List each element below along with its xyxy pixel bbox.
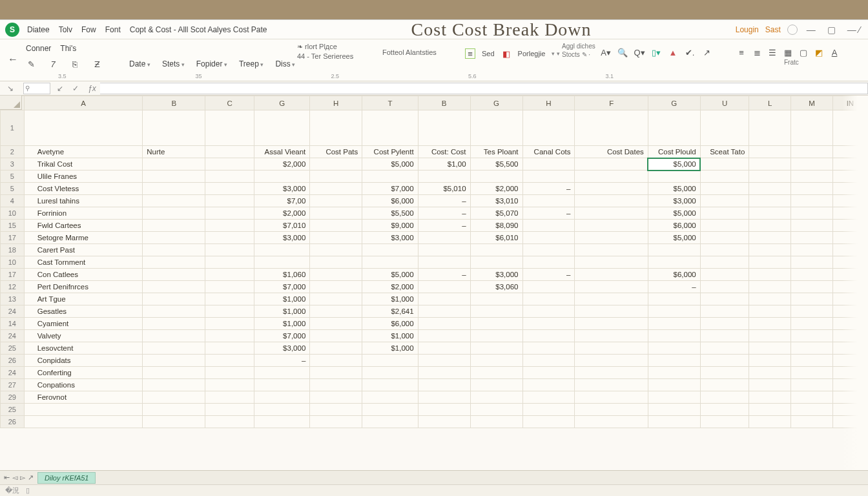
cell[interactable]	[362, 170, 418, 183]
cell[interactable]	[522, 244, 575, 256]
cell[interactable]	[749, 416, 791, 428]
cell[interactable]	[310, 256, 362, 269]
login-link[interactable]: Lougin	[736, 25, 759, 34]
cell[interactable]	[749, 305, 791, 318]
cell[interactable]	[791, 183, 833, 195]
column-header[interactable]: M	[791, 96, 833, 110]
cell[interactable]	[310, 110, 362, 146]
cell[interactable]	[700, 195, 749, 207]
port-dropdown[interactable]: Porlegjie	[518, 50, 546, 57]
cell[interactable]	[418, 110, 470, 146]
cell[interactable]: $9,000	[362, 220, 418, 232]
spreadsheet-grid[interactable]: ABCGHTBGHFGULMIN 12AvetyneNurteAssal Vie…	[0, 96, 868, 470]
cell[interactable]	[700, 232, 749, 244]
cell[interactable]: $1,000	[254, 305, 309, 318]
cell[interactable]: $3,000	[254, 342, 309, 355]
cell[interactable]: –	[522, 183, 575, 195]
row-header[interactable]: 24	[1, 367, 25, 379]
row-header[interactable]: 27	[1, 379, 25, 391]
cell[interactable]	[791, 158, 833, 170]
cell[interactable]	[522, 195, 575, 207]
cell[interactable]	[791, 416, 833, 428]
cell[interactable]	[143, 256, 205, 269]
cell[interactable]: Ferovnot	[24, 391, 143, 404]
cell[interactable]	[791, 330, 833, 342]
cell[interactable]	[522, 220, 575, 232]
cell[interactable]	[418, 367, 470, 379]
cell[interactable]	[310, 404, 362, 416]
italic-icon[interactable]: 7	[48, 59, 58, 69]
cell[interactable]	[310, 367, 362, 379]
cell[interactable]	[832, 416, 867, 428]
cell[interactable]	[418, 244, 470, 256]
cell[interactable]	[648, 367, 700, 379]
cell[interactable]: Cost Plould	[648, 146, 700, 158]
cell[interactable]	[205, 293, 254, 305]
cell[interactable]	[700, 281, 749, 293]
cell[interactable]: Cost Dates	[575, 146, 648, 158]
cell[interactable]	[143, 110, 205, 146]
cell[interactable]	[648, 391, 700, 404]
cell[interactable]	[791, 391, 833, 404]
cell[interactable]	[648, 110, 700, 146]
cell[interactable]	[648, 244, 700, 256]
cell[interactable]	[791, 404, 833, 416]
align-center-icon[interactable]: ≣	[752, 47, 762, 57]
cell[interactable]: $6,000	[362, 195, 418, 207]
cell[interactable]	[749, 355, 791, 367]
cell[interactable]: Assal Vieant	[254, 146, 309, 158]
cell[interactable]	[205, 305, 254, 318]
cell[interactable]	[310, 391, 362, 404]
cell[interactable]	[470, 256, 522, 269]
cell[interactable]	[749, 183, 791, 195]
cell[interactable]	[700, 305, 749, 318]
cell[interactable]	[310, 355, 362, 367]
cell[interactable]	[143, 220, 205, 232]
cell[interactable]	[143, 305, 205, 318]
cell[interactable]: $3,000	[470, 269, 522, 281]
cell[interactable]	[832, 281, 867, 293]
row-header[interactable]: 1	[1, 110, 25, 146]
row-header[interactable]: 5	[1, 183, 25, 195]
cell[interactable]	[418, 416, 470, 428]
cell[interactable]	[205, 207, 254, 220]
cell[interactable]	[749, 342, 791, 355]
expand-icon[interactable]: ↘	[0, 84, 21, 93]
cell[interactable]	[832, 220, 867, 232]
cell[interactable]	[575, 330, 648, 342]
cell[interactable]: $5,000	[648, 232, 700, 244]
cell[interactable]	[700, 269, 749, 281]
cell[interactable]: Pert Denifnrces	[24, 281, 143, 293]
cell[interactable]	[791, 318, 833, 330]
row-header[interactable]: 26	[1, 416, 25, 428]
cell[interactable]	[700, 416, 749, 428]
port-icon[interactable]: ◧	[501, 48, 512, 59]
cell[interactable]	[791, 342, 833, 355]
tab-prev-icon[interactable]: ◅	[12, 473, 17, 482]
cell[interactable]: $5,000	[648, 207, 700, 220]
cell[interactable]	[522, 158, 575, 170]
cell[interactable]	[749, 232, 791, 244]
cell[interactable]: Cost Pats	[310, 146, 362, 158]
cell[interactable]	[470, 318, 522, 330]
cell[interactable]	[310, 416, 362, 428]
column-header[interactable]: H	[522, 96, 575, 110]
cell[interactable]	[791, 379, 833, 391]
cell[interactable]	[470, 244, 522, 256]
cell[interactable]	[791, 232, 833, 244]
formula-input[interactable]	[100, 83, 868, 94]
cell[interactable]	[700, 330, 749, 342]
cell[interactable]	[418, 293, 470, 305]
cell[interactable]	[470, 367, 522, 379]
column-header[interactable]: B	[418, 96, 470, 110]
cell[interactable]	[832, 244, 867, 256]
ribbon-label[interactable]: Thi's	[60, 44, 76, 53]
cell[interactable]: $5,000	[362, 158, 418, 170]
cell[interactable]: $1,000	[254, 293, 309, 305]
cell[interactable]	[832, 355, 867, 367]
column-header[interactable]: A	[24, 96, 143, 110]
row-header[interactable]: 3	[1, 158, 25, 170]
cell[interactable]	[700, 318, 749, 330]
cell[interactable]	[362, 256, 418, 269]
cell[interactable]	[648, 293, 700, 305]
